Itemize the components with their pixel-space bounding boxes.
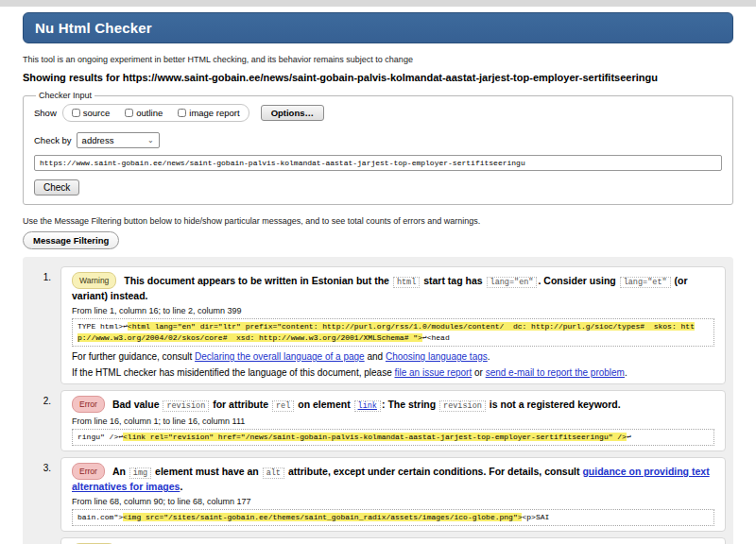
outline-checkbox[interactable]	[125, 109, 133, 117]
message-filtering-button[interactable]: Message Filtering	[23, 231, 119, 249]
message-link[interactable]: file an issue report	[394, 367, 472, 378]
check-by-select[interactable]: address ⌄	[77, 132, 160, 148]
showing-results-heading: Showing results for https://www.saint-go…	[23, 72, 733, 83]
message-link[interactable]: send e-mail to report the problem	[486, 367, 625, 378]
message-link[interactable]: Declaring the overall language of a page	[195, 351, 365, 362]
chevron-down-icon: ⌄	[147, 138, 154, 144]
code-highlight: <link rel="revision" href="/news/saint-g…	[123, 433, 627, 441]
code-highlight: <img src="/sites/saint-gobain.ee/themes/…	[123, 513, 522, 521]
inline-code: lang="et"	[620, 277, 671, 288]
message-card: WarningThe navigation role is unnecessar…	[60, 537, 726, 544]
message-location: From line 1, column 16; to line 2, colum…	[72, 306, 714, 315]
show-checkbox-group: source outline image report	[62, 104, 249, 122]
message-text: ErrorBad value revision for attribute re…	[72, 396, 714, 413]
message-filtering-hint: Use the Message Filtering button below t…	[23, 216, 733, 226]
inline-code: lang="en"	[487, 277, 538, 288]
message-list: 1.WarningThis document appears to be wri…	[23, 266, 726, 544]
message-note: For further guidance, consult Declaring …	[72, 351, 714, 363]
show-row: Show source outline image report Options…	[34, 104, 722, 122]
message-type-badge: Warning	[72, 272, 116, 289]
inline-code: html	[393, 277, 420, 288]
message-item: 3.ErrorAn img element must have an alt a…	[23, 457, 726, 532]
outline-checkbox-text[interactable]: outline	[136, 108, 163, 118]
message-text: ErrorAn img element must have an alt att…	[72, 463, 714, 493]
code-extract: bain.com"><img src="/sites/saint-gobain.…	[72, 509, 714, 526]
code-context: ↩<head	[422, 333, 450, 342]
check-by-label: Check by	[34, 135, 72, 145]
inline-code: alt	[263, 468, 284, 479]
message-link[interactable]: Choosing language tags	[386, 351, 488, 362]
image-report-checkbox-label[interactable]: image report	[178, 108, 239, 118]
code-context: ringu" />↩	[77, 433, 123, 441]
image-report-checkbox[interactable]	[178, 109, 186, 117]
code-extract: TYPE html>↩<html lang="en" dir="ltr" pre…	[72, 318, 714, 347]
experiment-notice: This tool is an ongoing experiment in be…	[23, 55, 733, 64]
message-number: 2.	[23, 390, 60, 451]
element-link[interactable]: link	[354, 400, 381, 412]
source-checkbox-text[interactable]: source	[83, 108, 111, 118]
outline-checkbox-label[interactable]: outline	[125, 108, 163, 118]
show-label: Show	[34, 108, 57, 118]
options-button[interactable]: Options…	[261, 105, 324, 121]
inline-code: revision	[439, 400, 486, 412]
message-link[interactable]: guidance on providing text alternatives …	[72, 466, 710, 492]
message-item: 4.WarningThe navigation role is unnecess…	[23, 537, 726, 544]
message-card: ErrorAn img element must have an alt att…	[60, 457, 726, 532]
source-checkbox-label[interactable]: source	[72, 108, 111, 118]
message-type-badge: Error	[72, 463, 105, 480]
code-context: <p>SAI	[522, 513, 549, 521]
check-by-row: Check by address ⌄	[34, 132, 722, 148]
inline-code: rel	[272, 400, 294, 412]
image-report-checkbox-text[interactable]: image report	[189, 108, 239, 118]
message-note: If the HTML checker has misidentified th…	[72, 367, 714, 379]
message-card: WarningThis document appears to be writt…	[60, 266, 726, 384]
message-location: From line 16, column 1; to line 16, colu…	[72, 416, 714, 426]
message-location: From line 68, column 90; to line 68, col…	[72, 497, 714, 506]
page-title: Nu Html Checker	[23, 12, 733, 43]
inline-code: revision	[163, 400, 209, 412]
source-checkbox[interactable]	[72, 109, 80, 117]
message-type-badge: Error	[72, 396, 105, 413]
top-strip	[0, 0, 756, 7]
code-context: bain.com">	[77, 513, 123, 521]
check-by-selected-value: address	[82, 135, 114, 145]
code-highlight: <html lang="en" dir="ltr" prefix="conten…	[77, 322, 695, 342]
results-panel: 1.WarningThis document appears to be wri…	[23, 257, 733, 544]
code-context: TYPE html>↩	[77, 322, 128, 331]
url-input[interactable]	[34, 155, 722, 171]
message-text: WarningThis document appears to be writt…	[72, 272, 714, 302]
message-number: 4.	[23, 537, 60, 544]
checker-input-legend: Checker Input	[36, 91, 94, 100]
check-button[interactable]: Check	[34, 179, 79, 196]
page: Nu Html Checker This tool is an ongoing …	[0, 0, 756, 544]
message-number: 3.	[23, 457, 60, 532]
message-number: 1.	[23, 266, 60, 384]
inline-code: img	[129, 468, 151, 479]
checker-input-fieldset: Checker Input Show source outline image …	[23, 91, 733, 205]
code-context: ↩	[627, 433, 631, 441]
message-item: 1.WarningThis document appears to be wri…	[23, 266, 726, 384]
code-extract: ringu" />↩<link rel="revision" href="/ne…	[72, 429, 714, 446]
message-item: 2.ErrorBad value revision for attribute …	[23, 390, 726, 451]
message-card: ErrorBad value revision for attribute re…	[60, 390, 726, 451]
